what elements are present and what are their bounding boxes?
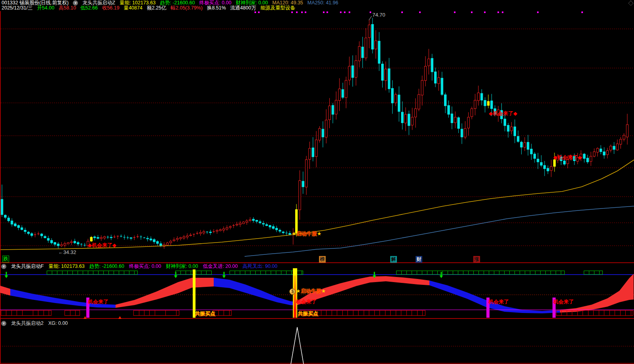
annotation-label: 机会来了 (488, 299, 509, 305)
money-bag-icon: $ (289, 288, 296, 295)
green-signal-boxes (47, 271, 138, 275)
open: 开54.00 (37, 6, 55, 11)
signal-spike-triangle (291, 327, 304, 364)
gridlines (1, 29, 634, 246)
watermark-char: 解 (390, 256, 397, 263)
annotation-label: 共振买点 (195, 311, 215, 317)
red-signal-boxes (213, 310, 232, 316)
trading-app-window: 001332 锡装股份(日线.前复权)∨龙头共振启动Z量能: 102173.63… (0, 0, 634, 364)
volume: 量40874 (124, 6, 142, 11)
star-icon: ★ (317, 231, 322, 237)
annotation-label: 机会来了 (296, 299, 317, 305)
turnover: 换8.51% (207, 6, 226, 11)
date: 2025/12/31/三 (2, 6, 33, 11)
indicator-name-p3: 龙头共振启动2 (11, 320, 44, 326)
panel3-collapse-icon[interactable]: ∨ (1, 321, 6, 326)
panel2-collapse-icon[interactable]: ∨ (1, 264, 6, 269)
annotation-label: ★启动牛股★ (296, 288, 326, 294)
annotation-label: ◆机会来了◆ (88, 243, 116, 248)
red-signal-boxes (65, 310, 80, 316)
star-icon: ★ (321, 288, 326, 294)
p2-caishen: 财神到家: 0.00 (166, 264, 198, 269)
float-shares: 流通4800万 (230, 6, 256, 11)
p2-high-cross-out: 高死叉出: 90.00 (243, 264, 277, 269)
panel2-header: ∨龙头共振启动F量能: 102173.63趋势: -21600.60终极买点: … (1, 264, 277, 269)
industry: 能源及重型设备 (260, 6, 295, 11)
peak-price-label: 74.70 (372, 12, 385, 18)
signal-dots-row (254, 11, 583, 13)
red-signal-boxes (1, 310, 51, 316)
info-bar-row2: 2025/12/31/三开54.00高58.10低52.66收56.19量408… (2, 6, 295, 11)
red-signal-boxes (300, 310, 425, 316)
close: 收56.19 (102, 6, 120, 11)
p2-trend: 趋势: -21600.60 (89, 264, 124, 269)
red-signal-boxes (556, 310, 633, 316)
p3-xg: XG: 0.00 (48, 320, 68, 326)
chart-canvas (0, 0, 634, 364)
p2-volume-energy: 量能: 102173.63 (49, 264, 85, 269)
annotation-label: ◆机会来了◆ (553, 155, 582, 160)
candlestick-series (1, 18, 628, 248)
low: 低52.66 (80, 6, 98, 11)
star-icon: ★ (292, 231, 296, 237)
green-signal-boxes (584, 271, 603, 275)
p2-ultimate-buy: 终极买点: 0.00 (129, 264, 161, 269)
watermark-char: 榜 (319, 256, 326, 263)
annotation-label: 机会来了 (88, 299, 108, 305)
annotation-label: ◆机会来了◆ (489, 111, 517, 116)
green-signal-boxes (230, 271, 303, 275)
red-signal-boxes (133, 310, 179, 316)
label-text: 启动牛股 (296, 231, 317, 237)
low-price-label: ←34.32 (58, 250, 76, 255)
watermark-char: 财 (416, 256, 422, 263)
big-launch-bar-core (294, 275, 296, 318)
indicator-name-p2: 龙头共振启动F (11, 264, 44, 269)
annotation-label: 机会来了 (553, 299, 574, 305)
label-text: 启动牛股 (301, 288, 321, 294)
p2-low-cross-in: 低金叉进: 20.00 (203, 264, 238, 269)
watermark-char: 跌 (2, 256, 9, 262)
watermark-char: 涨 (473, 256, 480, 263)
range: 幅2.05(3.79%) (171, 6, 203, 11)
annotation-label: ★启动牛股★ (292, 231, 321, 237)
amount: 额2.25亿 (147, 6, 166, 11)
star-icon: ★ (296, 288, 301, 294)
annotation-label: 共振买点 (298, 311, 318, 317)
peak-arrow (369, 16, 372, 20)
green-signal-boxes (396, 271, 565, 275)
panel3-header: ∨龙头共振启动2XG: 0.00 (1, 320, 68, 326)
corner-diamond-icon (628, 1, 633, 6)
ma250: MA250: 41.96 (308, 0, 338, 6)
high: 高58.10 (59, 6, 76, 11)
